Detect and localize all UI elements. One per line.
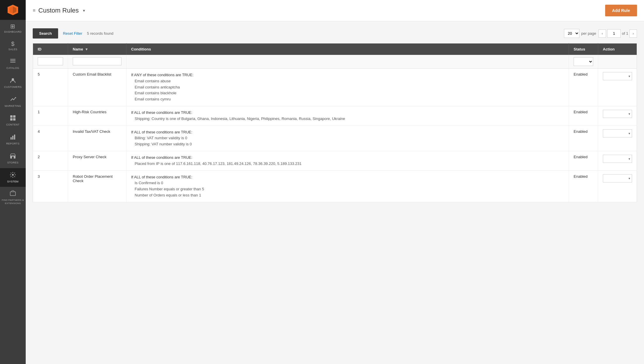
row-status: Enabled: [569, 170, 598, 202]
sidebar-item-label: MARKETING: [5, 105, 21, 108]
action-select[interactable]: Edit Delete: [603, 129, 632, 137]
row-id: 5: [33, 69, 68, 106]
filter-action-cell: [598, 55, 637, 69]
reset-filter-button[interactable]: Reset Filter: [63, 31, 82, 36]
th-id: ID: [33, 43, 68, 55]
sidebar-item-label: SALES: [8, 48, 18, 51]
content-icon: [10, 115, 16, 122]
action-select[interactable]: Edit Delete: [603, 155, 632, 163]
svg-point-6: [12, 78, 14, 81]
page-title: Custom Rules: [38, 7, 79, 14]
svg-rect-13: [12, 136, 13, 140]
svg-rect-8: [10, 115, 13, 118]
sidebar-item-label: CATALOG: [6, 67, 19, 70]
row-status: Enabled: [569, 106, 598, 126]
prev-page-button[interactable]: ‹: [598, 29, 606, 38]
add-rule-button[interactable]: Add Rule: [605, 5, 637, 16]
sidebar-item-label: CUSTOMERS: [4, 86, 22, 89]
svg-rect-12: [11, 137, 12, 140]
sidebar-item-label: SYSTEM: [7, 180, 19, 184]
sidebar-item-dashboard[interactable]: ⊞ DASHBOARD: [0, 20, 26, 37]
sidebar-item-reports[interactable]: REPORTS: [0, 130, 26, 149]
sidebar-item-sales[interactable]: $ SALES: [0, 37, 26, 55]
table-row: 4 Invalid Tax/VAT Check If ALL of these …: [33, 126, 637, 151]
sidebar-item-find-partners[interactable]: FIND PARTNERS & EXTENSIONS: [0, 187, 26, 208]
table-row: 2 Proxy Server Check If ALL of these con…: [33, 151, 637, 170]
th-status: Status: [569, 43, 598, 55]
th-name[interactable]: Name ▼: [68, 43, 126, 55]
filter-name-input[interactable]: [73, 57, 121, 65]
row-name: High-Risk Countries: [68, 106, 126, 126]
dashboard-icon: ⊞: [10, 23, 15, 29]
filter-id-input[interactable]: [38, 57, 63, 65]
row-name: Invalid Tax/VAT Check: [68, 126, 126, 151]
row-name: Custom Email Blacklist: [68, 69, 126, 106]
sidebar-item-label: FIND PARTNERS & EXTENSIONS: [1, 199, 25, 205]
records-found: 5 records found: [87, 31, 113, 36]
svg-rect-4: [10, 60, 15, 61]
svg-rect-5: [10, 62, 15, 62]
filter-status-select[interactable]: Enabled Disabled: [574, 57, 593, 66]
action-select[interactable]: Edit Delete: [603, 174, 632, 182]
table-header-row: ID Name ▼ Conditions Status: [33, 43, 637, 55]
hamburger-icon[interactable]: ≡: [33, 8, 35, 13]
page-input[interactable]: [607, 29, 621, 38]
name-sort-icon: ▼: [85, 47, 88, 51]
table-row: 5 Custom Email Blacklist If ANY of these…: [33, 69, 637, 106]
filter-name-cell: [68, 55, 126, 69]
pagination-area: 20 30 50 per page ‹ of 1 ›: [564, 29, 637, 38]
row-id: 1: [33, 106, 68, 126]
row-action: Edit Delete ▾: [598, 126, 637, 151]
title-dropdown-button[interactable]: ▾: [82, 8, 86, 13]
customers-icon: [10, 77, 16, 84]
row-action: Edit Delete ▾: [598, 106, 637, 126]
page-nav: ‹ of 1 ›: [598, 29, 637, 38]
row-conditions: If ALL of these conditions are TRUE: Pla…: [126, 151, 569, 170]
sidebar-item-marketing[interactable]: MARKETING: [0, 93, 26, 112]
marketing-icon: [10, 96, 16, 103]
row-status: Enabled: [569, 69, 598, 106]
filter-id-cell: [33, 55, 68, 69]
row-action: Edit Delete ▾: [598, 170, 637, 202]
search-button[interactable]: Search: [33, 28, 58, 39]
row-status: Enabled: [569, 151, 598, 170]
svg-rect-14: [14, 135, 15, 140]
row-conditions: If ALL of these conditions are TRUE: Shi…: [126, 106, 569, 126]
sidebar-item-label: DASHBOARD: [4, 30, 22, 34]
svg-rect-16: [12, 156, 14, 159]
per-page-label: per page: [581, 31, 596, 36]
rules-table: ID Name ▼ Conditions Status: [33, 43, 637, 202]
sidebar-item-content[interactable]: CONTENT: [0, 111, 26, 130]
row-conditions: If ALL of these conditions are TRUE: Is …: [126, 170, 569, 202]
per-page-dropdown[interactable]: 20 30 50: [564, 29, 579, 38]
per-page-select: 20 30 50 per page: [564, 29, 596, 38]
action-select[interactable]: Edit Delete: [603, 110, 632, 118]
row-name: Proxy Server Check: [68, 151, 126, 170]
content-area: Search Reset Filter 5 records found 20 3…: [26, 21, 644, 364]
svg-rect-18: [10, 192, 15, 196]
catalog-icon: [10, 58, 16, 65]
row-action: Edit Delete ▾: [598, 69, 637, 106]
reports-icon: [10, 134, 16, 141]
sidebar-item-system[interactable]: SYSTEM: [0, 168, 26, 187]
stores-icon: [10, 153, 16, 160]
sidebar-item-stores[interactable]: STORES: [0, 149, 26, 168]
sales-icon: $: [11, 41, 15, 47]
sidebar-item-catalog[interactable]: CATALOG: [0, 55, 26, 74]
row-conditions: If ANY of these conditions are TRUE: Ema…: [126, 69, 569, 106]
sidebar-item-label: REPORTS: [6, 142, 19, 146]
sidebar: ⊞ DASHBOARD $ SALES CATALOG CUSTOMERS MA…: [0, 0, 26, 364]
filter-conditions-cell: [126, 55, 569, 69]
sidebar-item-customers[interactable]: CUSTOMERS: [0, 74, 26, 93]
row-conditions: If ALL of these conditions are TRUE: Bil…: [126, 126, 569, 151]
toolbar: Search Reset Filter 5 records found 20 3…: [33, 28, 637, 39]
action-select[interactable]: Edit Delete: [603, 72, 632, 80]
page-of: of 1: [622, 31, 628, 36]
th-action: Action: [598, 43, 637, 55]
row-action: Edit Delete ▾: [598, 151, 637, 170]
next-page-button[interactable]: ›: [629, 29, 637, 38]
table-row: 1 High-Risk Countries If ALL of these co…: [33, 106, 637, 126]
filter-row: Enabled Disabled: [33, 55, 637, 69]
sidebar-item-label: CONTENT: [6, 123, 20, 127]
page-title-area: ≡ Custom Rules ▾: [33, 7, 86, 14]
